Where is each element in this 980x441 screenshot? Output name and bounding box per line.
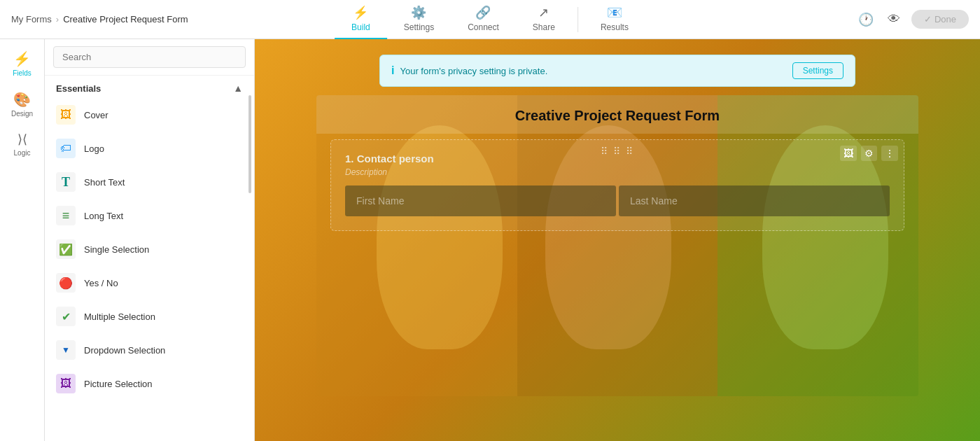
cover-icon: 🖼: [56, 105, 76, 125]
design-label: Design: [11, 110, 33, 118]
chevron-up-icon[interactable]: ▲: [233, 83, 243, 94]
cover-label: Cover: [84, 110, 108, 120]
scroll-thumb: [248, 95, 251, 193]
field-dropdown-selection[interactable]: ▼ Dropdown Selection: [45, 333, 254, 367]
field-picture-selection[interactable]: 🖼 Picture Selection: [45, 367, 254, 400]
image-block-btn[interactable]: 🖼: [840, 146, 857, 161]
build-icon: ⚡: [353, 5, 368, 20]
logo-label: Logo: [84, 144, 104, 154]
more-block-btn[interactable]: ⋮: [881, 146, 898, 161]
privacy-banner-left: i Your form's privacy setting is private…: [391, 64, 547, 77]
fields-icon: ⚡: [13, 50, 31, 67]
drag-handle[interactable]: ⠿ ⠿ ⠿: [601, 146, 634, 157]
settings-icon: ⚙️: [411, 5, 426, 20]
field-long-text[interactable]: ≡ Long Text: [45, 199, 254, 232]
main-layout: ⚡ Fields 🎨 Design ⟩⟨ Logic Essentials ▲ …: [0, 39, 980, 441]
fields-label: Fields: [13, 69, 31, 77]
tab-share-label: Share: [533, 22, 555, 32]
field-cover[interactable]: 🖼 Cover: [45, 98, 254, 132]
results-icon: 📧: [607, 5, 622, 20]
dropdown-selection-icon: ▼: [56, 340, 76, 360]
tab-settings[interactable]: ⚙️ Settings: [387, 0, 451, 39]
tab-results[interactable]: 📧 Results: [584, 0, 645, 39]
form-title-text: Creative Project Request Form: [515, 108, 720, 123]
tab-share[interactable]: ↗ Share: [516, 0, 572, 39]
nav-right: 🕐 👁 ✓ Done: [855, 9, 969, 30]
share-icon: ↗: [538, 5, 549, 20]
first-name-input[interactable]: [345, 186, 616, 216]
sidebar-item-logic[interactable]: ⟩⟨ Logic: [3, 126, 42, 162]
field-logo[interactable]: 🏷 Logo: [45, 132, 254, 165]
privacy-settings-button[interactable]: Settings: [792, 62, 844, 79]
design-icon: 🎨: [13, 91, 31, 108]
form-content: Creative Project Request Form ⠿ ⠿ ⠿ 🖼 ⚙ …: [316, 95, 918, 251]
form-canvas: Creative Project Request Form ⠿ ⠿ ⠿ 🖼 ⚙ …: [316, 95, 918, 396]
nav-tabs: ⚡ Build ⚙️ Settings 🔗 Connect ↗ Share 📧 …: [335, 0, 645, 39]
tab-settings-label: Settings: [404, 22, 434, 32]
form-block-toolbar: 🖼 ⚙ ⋮: [840, 146, 898, 161]
breadcrumb-separator: ›: [56, 14, 59, 24]
preview-button[interactable]: 👁: [885, 9, 903, 29]
done-checkmark: ✓: [924, 14, 932, 24]
field-single-selection[interactable]: ✅ Single Selection: [45, 232, 254, 266]
breadcrumb: My Forms › Creative Project Request Form: [11, 14, 188, 24]
top-nav: My Forms › Creative Project Request Form…: [0, 0, 980, 39]
sidebar-content: Essentials ▲ 🖼 Cover 🏷 Logo T Short Text…: [45, 76, 254, 441]
left-nav: ⚡ Fields 🎨 Design ⟩⟨ Logic: [0, 39, 45, 441]
info-icon: i: [391, 64, 394, 77]
picture-selection-label: Picture Selection: [84, 379, 153, 389]
nav-divider: [578, 7, 578, 32]
section-name: Contact person: [357, 153, 434, 164]
sidebar-search-container: [45, 39, 254, 76]
tab-connect-label: Connect: [468, 22, 499, 32]
single-selection-label: Single Selection: [84, 244, 149, 255]
long-text-icon: ≡: [56, 206, 76, 225]
done-label: Done: [934, 14, 956, 24]
form-block-contact: ⠿ ⠿ ⠿ 🖼 ⚙ ⋮ 1. Contact person Descriptio…: [330, 139, 904, 231]
breadcrumb-current: Creative Project Request Form: [63, 14, 188, 24]
dropdown-selection-label: Dropdown Selection: [84, 345, 165, 356]
multiple-selection-icon: ✔: [56, 307, 76, 326]
settings-block-btn[interactable]: ⚙: [861, 146, 877, 161]
sidebar-item-design[interactable]: 🎨 Design: [3, 85, 42, 123]
short-text-label: Short Text: [84, 177, 125, 188]
privacy-banner: i Your form's privacy setting is private…: [379, 55, 855, 87]
tab-build[interactable]: ⚡ Build: [335, 0, 387, 39]
tab-connect[interactable]: 🔗 Connect: [451, 0, 516, 39]
tab-build-label: Build: [351, 22, 370, 32]
privacy-text: Your form's privacy setting is private.: [400, 66, 547, 76]
logo-icon: 🏷: [56, 139, 76, 158]
field-short-text[interactable]: T Short Text: [45, 165, 254, 199]
logic-icon: ⟩⟨: [18, 132, 27, 147]
last-name-input[interactable]: [619, 186, 890, 216]
connect-icon: 🔗: [475, 5, 491, 20]
form-title: Creative Project Request Form: [316, 95, 918, 134]
search-input[interactable]: [53, 46, 246, 68]
long-text-label: Long Text: [84, 211, 123, 221]
essentials-header: Essentials ▲: [45, 76, 254, 98]
single-selection-icon: ✅: [56, 239, 76, 259]
picture-selection-icon: 🖼: [56, 374, 76, 393]
canvas-area[interactable]: i Your form's privacy setting is private…: [255, 39, 980, 441]
contact-section-desc: Description: [345, 167, 890, 177]
section-label: Essentials: [56, 83, 101, 94]
sidebar: Essentials ▲ 🖼 Cover 🏷 Logo T Short Text…: [45, 39, 255, 441]
form-fields-row: [345, 186, 890, 216]
breadcrumb-parent[interactable]: My Forms: [11, 14, 52, 24]
section-number: 1.: [345, 153, 354, 164]
yes-no-icon: 🔴: [56, 273, 76, 293]
sidebar-item-fields[interactable]: ⚡ Fields: [3, 45, 42, 83]
field-yes-no[interactable]: 🔴 Yes / No: [45, 266, 254, 300]
field-multiple-selection[interactable]: ✔ Multiple Selection: [45, 300, 254, 333]
tab-results-label: Results: [601, 22, 629, 32]
yes-no-label: Yes / No: [84, 278, 118, 288]
logic-label: Logic: [14, 149, 31, 157]
multiple-selection-label: Multiple Selection: [84, 312, 155, 322]
short-text-icon: T: [56, 172, 76, 192]
done-button[interactable]: ✓ Done: [911, 10, 969, 29]
history-button[interactable]: 🕐: [855, 9, 876, 30]
